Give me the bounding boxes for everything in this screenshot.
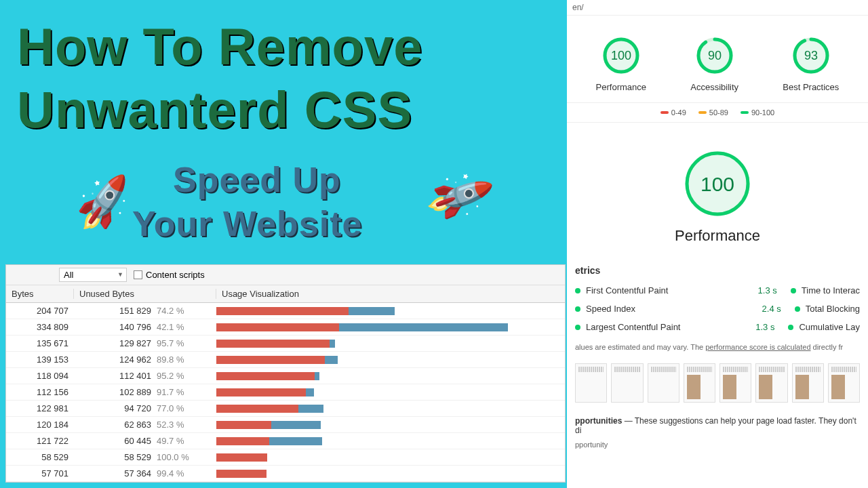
cell-bytes: 112 156 [6, 387, 74, 397]
score-label: Best Practices [783, 82, 839, 92]
table-row[interactable]: 112 156 102 889 91.7 % [6, 384, 565, 401]
header-usage[interactable]: Usage Visualization [216, 289, 565, 299]
metric-value: 1.3 s [755, 322, 774, 332]
svg-text:100: 100 [611, 49, 631, 62]
cell-pct: 100.0 % [155, 452, 216, 462]
coverage-header-row: Bytes Unused Bytes Usage Visualization [6, 285, 565, 303]
cell-unused: 102 889 [74, 387, 155, 397]
performance-big-score: 100 Performance [567, 123, 868, 258]
cell-unused: 151 829 [74, 306, 155, 316]
table-row[interactable]: 118 094 112 401 95.2 % [6, 368, 565, 384]
legend-yellow-icon [698, 111, 707, 114]
headline-line2: Unwanterd CSS [17, 80, 412, 139]
cell-pct: 42.1 % [155, 322, 216, 332]
svg-text:93: 93 [804, 49, 818, 62]
table-row[interactable]: 204 707 151 829 74.2 % [6, 303, 565, 319]
cell-bytes: 58 529 [6, 452, 74, 462]
cell-unused: 94 720 [74, 403, 155, 413]
filmstrip-frame[interactable] [648, 363, 679, 403]
cell-pct: 77.0 % [155, 403, 216, 413]
filmstrip-frame[interactable] [575, 363, 607, 403]
cell-bytes: 121 722 [6, 436, 74, 446]
header-bytes[interactable]: Bytes [6, 289, 74, 299]
cell-unused: 129 827 [74, 338, 155, 348]
table-row[interactable]: 334 809 140 796 42.1 % [6, 319, 565, 336]
checkbox-label: Content scripts [146, 270, 205, 280]
filmstrip-frame[interactable] [684, 363, 715, 403]
cell-bytes: 139 153 [6, 354, 74, 365]
filmstrip-thumbnails [567, 358, 868, 408]
lighthouse-panel: en/ 100 Performance 90 Accessibility 93 … [567, 0, 868, 488]
checkbox-icon[interactable] [134, 270, 142, 279]
cell-bar [216, 323, 565, 331]
subtitle-line2: Your Website [132, 203, 362, 244]
performance-big-label: Performance [567, 227, 868, 245]
metric-value: 2.4 s [762, 304, 781, 314]
filmstrip-frame[interactable] [611, 363, 643, 403]
status-dot-icon [575, 325, 580, 330]
cell-unused: 140 796 [74, 322, 155, 332]
cell-bytes: 135 671 [6, 338, 74, 348]
table-row[interactable]: 139 153 124 962 89.8 % [6, 352, 565, 368]
cell-unused: 62 863 [74, 420, 155, 430]
filmstrip-frame[interactable] [828, 363, 860, 403]
legend-red-icon [660, 111, 669, 114]
score-label: Accessibility [690, 82, 738, 92]
score-gauge[interactable]: 100 Performance [596, 36, 646, 92]
coverage-toolbar: All Content scripts [6, 265, 565, 285]
cell-bar [216, 453, 565, 462]
cell-pct: 89.8 % [155, 354, 216, 365]
metric-name: Largest Contentful Paint [586, 322, 755, 332]
filmstrip-frame[interactable] [755, 363, 787, 403]
cell-pct: 91.7 % [155, 387, 216, 397]
subtitle-line1: Speed Up [173, 159, 341, 200]
table-row[interactable]: 120 184 62 863 52.3 % [6, 417, 565, 433]
rocket-icon: 🚀 [71, 171, 137, 235]
score-label: Performance [596, 82, 646, 92]
status-dot-icon [791, 288, 796, 293]
table-row[interactable]: 121 722 60 445 49.7 % [6, 433, 565, 449]
table-row[interactable]: 57 701 57 364 99.4 % [6, 466, 565, 482]
cell-bytes: 204 707 [6, 306, 74, 316]
metrics-list: First Contentful Paint 1.3 s Time to Int… [567, 281, 868, 336]
opportunities-section: pportunities — These suggestions can hel… [567, 408, 868, 457]
metric-name: Speed Index [586, 304, 762, 314]
cell-bar [216, 307, 565, 315]
cell-bytes: 118 094 [6, 371, 74, 381]
filmstrip-frame[interactable] [792, 363, 824, 403]
cell-unused: 57 364 [74, 468, 155, 479]
cell-bar [216, 405, 565, 413]
cell-unused: 124 962 [74, 354, 155, 365]
table-row[interactable]: 122 981 94 720 77.0 % [6, 401, 565, 417]
cell-unused: 58 529 [74, 452, 155, 462]
table-row[interactable]: 58 529 58 529 100.0 % [6, 449, 565, 466]
metric-row: First Contentful Paint 1.3 s Time to Int… [575, 281, 860, 300]
cell-pct: 74.2 % [155, 306, 216, 316]
metric-name: Total Blocking [806, 304, 860, 314]
score-legend: 0-49 50-89 90-100 [567, 102, 868, 123]
filmstrip-frame[interactable] [719, 363, 751, 403]
metric-row: Largest Contentful Paint 1.3 s Cumulativ… [575, 318, 860, 336]
metric-name: First Contentful Paint [586, 285, 758, 296]
cell-pct: 52.3 % [155, 420, 216, 430]
score-gauge[interactable]: 90 Accessibility [690, 36, 738, 92]
cell-bytes: 57 701 [6, 468, 74, 479]
headline-line1: How To Remove [17, 17, 423, 76]
cell-bar [216, 388, 565, 396]
lighthouse-scores: 100 Performance 90 Accessibility 93 Best… [567, 16, 868, 102]
metrics-heading: etrics [567, 258, 868, 281]
table-row[interactable]: 135 671 129 827 95.7 % [6, 336, 565, 352]
filter-dropdown[interactable]: All [59, 268, 127, 282]
header-unused[interactable]: Unused Bytes [74, 289, 216, 299]
cell-bytes: 122 981 [6, 403, 74, 413]
metric-name: Cumulative Lay [799, 322, 860, 332]
metric-row: Speed Index 2.4 s Total Blocking [575, 300, 860, 318]
svg-text:90: 90 [708, 49, 722, 62]
coverage-panel: All Content scripts Bytes Unused Bytes U… [5, 264, 566, 483]
lighthouse-url: en/ [567, 0, 868, 16]
score-gauge[interactable]: 93 Best Practices [783, 36, 839, 92]
content-scripts-checkbox[interactable]: Content scripts [134, 270, 205, 280]
cell-pct: 99.4 % [155, 468, 216, 479]
rocket-icon: 🚀 [422, 160, 497, 233]
cell-bar [216, 340, 565, 348]
